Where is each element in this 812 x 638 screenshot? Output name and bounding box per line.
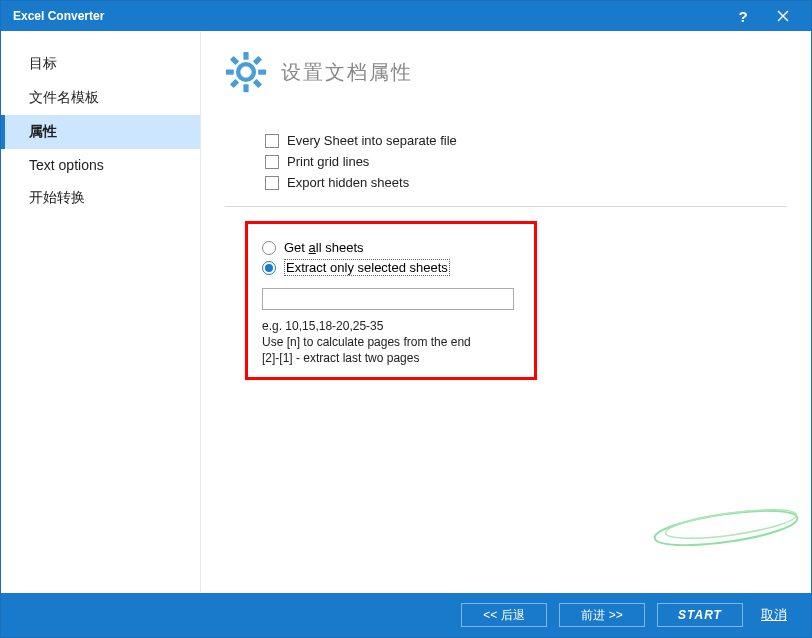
checkbox-icon	[265, 176, 279, 190]
start-button[interactable]: START	[657, 603, 743, 627]
svg-rect-4	[243, 84, 248, 92]
radio-icon	[262, 241, 276, 255]
radio-extract-selected[interactable]: Extract only selected sheets	[262, 259, 520, 276]
radio-get-all-sheets[interactable]: Get all sheets	[262, 240, 520, 255]
checkbox-label: Export hidden sheets	[287, 175, 409, 190]
hint-text: e.g. 10,15,18-20,25-35 Use [n] to calcul…	[262, 318, 520, 367]
radio-label: Get all sheets	[284, 240, 364, 255]
titlebar: Excel Converter ?	[1, 1, 811, 31]
sidebar-item-destination[interactable]: 目标	[1, 47, 200, 81]
sidebar-item-start-convert[interactable]: 开始转换	[1, 181, 200, 215]
close-button[interactable]	[763, 1, 803, 31]
svg-rect-10	[253, 79, 262, 88]
checkbox-export-hidden[interactable]: Export hidden sheets	[265, 175, 787, 190]
gear-icon	[225, 51, 267, 93]
window-body: 目标 文件名模板 属性 Text options 开始转换	[1, 31, 811, 593]
page-title: 设置文档属性	[281, 59, 413, 86]
sidebar-item-filename-template[interactable]: 文件名模板	[1, 81, 200, 115]
sidebar-item-properties[interactable]: 属性	[1, 115, 200, 149]
footer: << 后退 前进 >> START 取消	[1, 593, 811, 637]
svg-rect-5	[226, 69, 234, 74]
page-header: 设置文档属性	[225, 51, 787, 93]
radio-icon	[262, 261, 276, 275]
checkbox-label: Every Sheet into separate file	[287, 133, 457, 148]
watermark	[631, 486, 801, 549]
close-icon	[777, 10, 789, 22]
sidebar: 目标 文件名模板 属性 Text options 开始转换	[1, 31, 201, 593]
svg-point-12	[664, 504, 798, 544]
checkbox-separate-file[interactable]: Every Sheet into separate file	[265, 133, 787, 148]
help-button[interactable]: ?	[723, 1, 763, 31]
svg-point-2	[238, 64, 254, 80]
sidebar-item-text-options[interactable]: Text options	[1, 149, 200, 181]
main-panel: 设置文档属性 Every Sheet into separate file Pr…	[201, 31, 811, 593]
svg-point-11	[653, 504, 799, 546]
divider	[225, 206, 787, 207]
radio-label: Extract only selected sheets	[284, 259, 450, 276]
sheet-range-input[interactable]	[262, 288, 514, 310]
svg-rect-3	[243, 52, 248, 60]
back-button[interactable]: << 后退	[461, 603, 547, 627]
svg-rect-6	[258, 69, 266, 74]
cancel-link[interactable]: 取消	[755, 606, 793, 624]
app-window: Excel Converter ? 目标 文件名模板 属性 Text optio…	[0, 0, 812, 638]
svg-rect-9	[230, 56, 239, 65]
forward-button[interactable]: 前进 >>	[559, 603, 645, 627]
checkbox-label: Print grid lines	[287, 154, 369, 169]
checkbox-print-grid[interactable]: Print grid lines	[265, 154, 787, 169]
svg-rect-7	[253, 56, 262, 65]
window-title: Excel Converter	[13, 9, 723, 23]
checkbox-icon	[265, 155, 279, 169]
sheet-selection-box: Get all sheets Extract only selected she…	[245, 221, 537, 380]
help-icon: ?	[738, 8, 747, 25]
checkbox-icon	[265, 134, 279, 148]
svg-rect-8	[230, 79, 239, 88]
